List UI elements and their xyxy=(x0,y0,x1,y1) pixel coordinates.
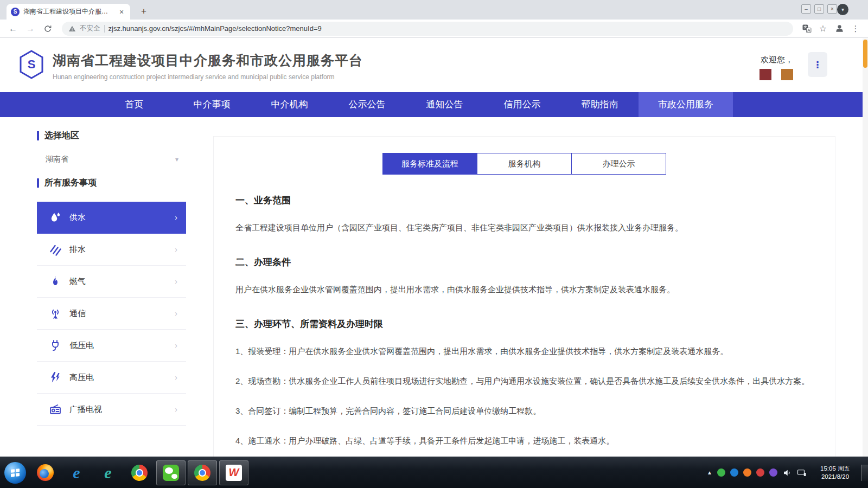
tray-icon-blue[interactable] xyxy=(730,468,738,477)
section-heading: 二、办理条件 xyxy=(235,256,813,268)
new-tab-button[interactable]: + xyxy=(137,4,151,18)
url-text[interactable]: zjsz.hunanjs.gov.cn/szjcs/#/mhMainPage/s… xyxy=(108,24,322,33)
section-paragraph: 3、合同签订：编制工程预算，完善合同内容，签订施工合同后建设单位缴纳工程款。 xyxy=(235,402,813,420)
taskbar-chrome-pinned-button[interactable] xyxy=(125,460,154,485)
region-heading-label: 选择地区 xyxy=(44,130,79,142)
bookmark-star-icon[interactable]: ☆ xyxy=(816,22,830,36)
clock-time: 15:05 周五 xyxy=(820,465,850,473)
nav-item-public-notice[interactable]: 公示公告 xyxy=(328,92,406,117)
nav-item-announcements[interactable]: 通知公告 xyxy=(406,92,483,117)
sidebar-item-communication[interactable]: 通信 › xyxy=(37,298,186,330)
tab-service-standard[interactable]: 服务标准及流程 xyxy=(382,153,477,175)
page-scrollbar[interactable] xyxy=(863,38,868,457)
nav-item-home[interactable]: 首页 xyxy=(95,92,173,117)
scrollbar-thumb[interactable] xyxy=(863,40,867,68)
drainage-icon xyxy=(49,243,62,256)
sidebar-item-label: 低压电 xyxy=(69,341,175,351)
user-avatars xyxy=(760,69,793,80)
taskbar-clock[interactable]: 15:05 周五 2021/8/20 xyxy=(820,465,850,481)
sidebar-item-label: 高压电 xyxy=(69,373,175,383)
main-navigation: 首页 中介事项 中介机构 公示公告 通知公告 信用公示 帮助指南 市政公用服务 xyxy=(0,92,868,117)
start-button[interactable] xyxy=(4,462,26,484)
profile-avatar-icon[interactable] xyxy=(832,22,846,36)
heading-bar xyxy=(37,178,39,188)
taskbar-wechat-button[interactable] xyxy=(156,460,186,485)
overlay-control-orb[interactable]: ▾ xyxy=(837,4,848,15)
sidebar-item-low-voltage[interactable]: 低压电 › xyxy=(37,330,186,362)
sidebar-item-label: 通信 xyxy=(69,309,175,319)
window-close-button[interactable]: × xyxy=(827,4,837,14)
windows-taskbar: e e W ▲ 15:05 周五 2021/8/20 xyxy=(0,457,868,488)
page-content: 选择地区 湖南省 ▾ 所有服务事项 供水 › 排水 › xyxy=(0,117,868,457)
sidebar-item-drainage[interactable]: 排水 › xyxy=(37,234,186,266)
browser-toolbar: ← → 不安全 zjsz.hunanjs.gov.cn/szjcs/#/mhMa… xyxy=(0,20,868,38)
header-menu-button[interactable]: ⋮ xyxy=(808,52,827,77)
sidebar: 选择地区 湖南省 ▾ 所有服务事项 供水 › 排水 › xyxy=(37,117,186,426)
translate-icon[interactable] xyxy=(800,22,814,36)
section-heading: 一、业务范围 xyxy=(235,194,813,207)
warning-icon xyxy=(68,25,76,33)
section-paragraph: 1、报装受理：用户在供水服务企业供水管网覆盖范围内，提出用水需求，由供水服务企业… xyxy=(235,342,813,360)
taskbar-wps-button[interactable]: W xyxy=(219,460,248,485)
region-selector[interactable]: 湖南省 ▾ xyxy=(46,155,186,164)
section-paragraph: 全省工程建设项目单位用户（含园区产业项目、住宅类房产项目、非住宅类非园区产业类项… xyxy=(235,219,813,236)
service-list: 供水 › 排水 › 燃气 › xyxy=(37,202,186,426)
sidebar-item-gas[interactable]: 燃气 › xyxy=(37,266,186,298)
tray-icon-purple[interactable] xyxy=(769,468,777,477)
article-body: 一、业务范围 全省工程建设项目单位用户（含园区产业项目、住宅类房产项目、非住宅类… xyxy=(214,194,835,457)
avatar-orange[interactable] xyxy=(781,69,793,80)
chrome-icon xyxy=(131,465,148,481)
nav-item-municipal-services[interactable]: 市政公用服务 xyxy=(639,92,733,117)
address-bar[interactable]: 不安全 zjsz.hunanjs.gov.cn/szjcs/#/mhMainPa… xyxy=(62,22,793,36)
main-panel: 服务标准及流程 服务机构 办理公示 一、业务范围 全省工程建设项目单位用户（含园… xyxy=(213,136,835,457)
taskbar-chrome-button[interactable] xyxy=(188,460,217,485)
section-paragraph: 4、施工通水：用户办理破路、占绿、占道等手续，具备开工条件后发起施工申请，进场施… xyxy=(235,432,813,450)
volume-icon[interactable] xyxy=(782,468,792,478)
refresh-icon xyxy=(43,24,52,33)
tray-icon-orange[interactable] xyxy=(743,468,751,477)
sidebar-item-water-supply[interactable]: 供水 › xyxy=(37,202,186,234)
nav-item-intermediary-matters[interactable]: 中介事项 xyxy=(173,92,251,117)
section-paragraph: 用户在供水服务企业供水管网覆盖范围内，提出用水需求，由供水服务企业提供技术指导，… xyxy=(235,280,813,298)
wps-icon: W xyxy=(226,465,242,481)
tab-service-agencies[interactable]: 服务机构 xyxy=(477,153,572,175)
window-minimize-button[interactable]: – xyxy=(801,4,811,14)
taskbar-ie-alt-button[interactable]: e xyxy=(93,460,123,485)
back-button[interactable]: ← xyxy=(5,21,21,36)
sidebar-item-label: 广播电视 xyxy=(69,404,175,415)
region-section-heading: 选择地区 xyxy=(37,130,186,142)
nav-item-help-guide[interactable]: 帮助指南 xyxy=(561,92,639,117)
logo-letter: S xyxy=(18,49,44,80)
nav-item-credit-publicity[interactable]: 信用公示 xyxy=(483,92,561,117)
section-heading: 三、办理环节、所需资料及办理时限 xyxy=(235,318,813,330)
window-restore-button[interactable]: □ xyxy=(814,4,824,14)
tray-icon-green[interactable] xyxy=(717,468,725,477)
sidebar-item-high-voltage[interactable]: 高压电 › xyxy=(37,362,186,394)
site-titles: 湖南省工程建设项目中介服务和市政公用服务平台 Hunan engineering… xyxy=(53,52,363,81)
taskbar-firefox-button[interactable] xyxy=(30,460,60,485)
water-drop-icon xyxy=(49,211,62,224)
forward-button[interactable]: → xyxy=(23,21,38,36)
tab-close-icon[interactable]: × xyxy=(117,8,126,16)
heading-bar xyxy=(37,131,39,140)
chevron-right-icon: › xyxy=(175,405,177,414)
network-icon[interactable] xyxy=(797,468,807,478)
security-label[interactable]: 不安全 xyxy=(80,24,100,33)
sidebar-item-radio-tv[interactable]: 广播电视 › xyxy=(37,394,186,426)
antenna-icon xyxy=(49,307,62,320)
ie-alt-icon: e xyxy=(104,465,111,481)
sidebar-item-label: 排水 xyxy=(69,245,175,255)
browser-tab[interactable]: S 湖南省工程建设项目中介服务和市政公用服务平台 × xyxy=(7,4,130,20)
taskbar-ie-button[interactable]: e xyxy=(62,460,91,485)
clock-date: 2021/8/20 xyxy=(820,473,850,481)
site-title: 湖南省工程建设项目中介服务和市政公用服务平台 xyxy=(53,52,363,69)
tab-handling-publicity[interactable]: 办理公示 xyxy=(571,153,666,175)
browser-menu-icon[interactable]: ⋮ xyxy=(848,22,863,36)
nav-item-intermediary-agencies[interactable]: 中介机构 xyxy=(251,92,328,117)
show-desktop-button[interactable] xyxy=(861,465,868,481)
content-tabs: 服务标准及流程 服务机构 办理公示 xyxy=(214,153,835,175)
tray-icon-red[interactable] xyxy=(756,468,764,477)
tray-expand-icon[interactable]: ▲ xyxy=(707,470,712,476)
refresh-button[interactable] xyxy=(40,21,55,36)
avatar-red[interactable] xyxy=(760,69,771,80)
